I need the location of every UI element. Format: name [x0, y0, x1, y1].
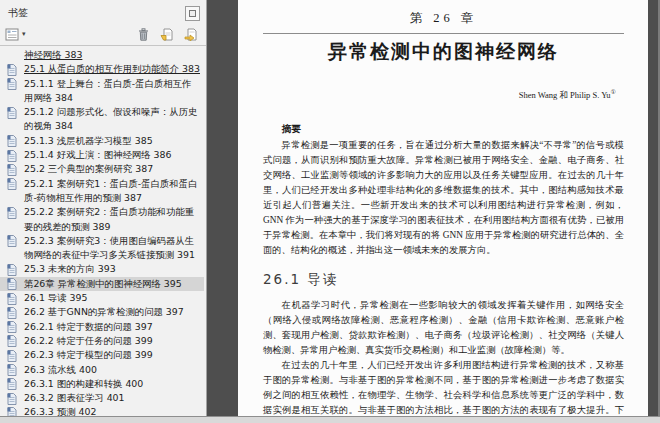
bookmark-item[interactable]: 26.2.3 特定于模型的问题 399	[0, 348, 204, 362]
bookmark-page-icon	[7, 307, 17, 319]
bookmark-label: 26.2 基于GNN的异常检测的问题 397	[24, 306, 184, 317]
bookmark-label: 第26章 异常检测中的图神经网络 395	[24, 278, 182, 289]
bookmark-page-icon	[7, 235, 17, 247]
bookmarks-panel: 书签 ▾	[0, 0, 207, 423]
bookmark-label: 25.1.2 问题形式化、假设和噪声：从历史的视角 384	[24, 106, 197, 131]
bookmark-page-icon	[7, 64, 17, 76]
bookmark-label: 25.1.3 浅层机器学习模型 385	[24, 135, 153, 146]
bookmark-item[interactable]: 第26章 异常检测中的图神经网络 395	[0, 277, 204, 291]
bookmark-extra-button[interactable]	[183, 27, 198, 42]
bookmark-item[interactable]: 26.2.1 特定于数据的问题 397	[0, 320, 204, 334]
dropdown-caret-icon: ▾	[22, 31, 26, 38]
bookmark-item[interactable]: 神经网络 383	[0, 48, 204, 62]
bookmark-page-icon	[7, 264, 17, 276]
trash-icon	[138, 28, 149, 41]
bookmark-page-icon	[7, 78, 17, 90]
bookmark-page-icon	[7, 150, 17, 162]
bookmarks-toolbar: ▾	[0, 23, 206, 46]
bookmark-list: 神经网络 38325.1 从蛋白质的相互作用到功能简介 38325.1.1 登上…	[0, 46, 206, 423]
section-heading: 26.1 导读	[263, 271, 624, 289]
panel-corner-icon	[189, 10, 196, 17]
panel-corner-button[interactable]	[185, 6, 200, 21]
bookmark-label: 25.2 三个典型的案例研究 387	[24, 163, 153, 174]
bookmark-page-icon	[7, 207, 17, 219]
chapter-divider	[263, 33, 624, 34]
bookmark-label: 25.1.1 登上舞台：蛋白质-蛋白质相互作用网络 384	[24, 78, 191, 103]
bookmark-item[interactable]: 26.2.2 特定于任务的问题 399	[0, 334, 204, 348]
bookmark-page-icon	[7, 278, 17, 290]
bookmark-page-icon	[7, 393, 17, 405]
options-list-icon	[5, 28, 20, 41]
abstract-heading: 摘要	[263, 123, 624, 136]
bookmark-label: 25.3 未来的方向 393	[24, 263, 116, 274]
bookmark-page-icon	[7, 293, 17, 305]
bookmark-label: 26.1 导读 395	[24, 292, 87, 303]
document-canvas[interactable]: 第 26 章 异常检测中的图神经网络 Shen Wang 和 Philip S.…	[207, 0, 660, 423]
body-paragraph: 在过去的几十年里，人们已经开发出许多利用图结构进行异常检测的技术，又称基于图的异…	[263, 358, 624, 417]
bookmark-item[interactable]: 26.3.2 图表征学习 401	[0, 391, 204, 405]
bookmark-label: 25.2.1 案例研究1：蛋白质-蛋白质和蛋白质-药物相互作用的预测 387	[24, 178, 197, 203]
bookmark-item[interactable]: 25.1.3 浅层机器学习模型 385	[0, 134, 204, 148]
bookmark-label: 26.2.3 特定于模型的问题 399	[24, 349, 153, 360]
bookmark-item[interactable]: 25.2.3 案例研究3：使用图自编码器从生物网络的表征中学习多关系链接预测 3…	[0, 234, 204, 263]
bookmark-page-icon	[7, 178, 17, 190]
bookmark-page-icon	[7, 107, 17, 119]
bookmark-label: 26.3.2 图表征学习 401	[24, 392, 125, 403]
bookmark-item[interactable]: 26.3.1 图的构建和转换 400	[0, 377, 204, 391]
bookmark-arrow-icon	[184, 28, 197, 41]
bookmark-item[interactable]: 26.3 流水线 400	[0, 363, 204, 377]
bookmark-page-icon	[7, 350, 17, 362]
bookmark-page-icon	[7, 364, 17, 376]
bookmark-item[interactable]: 25.1.1 登上舞台：蛋白质-蛋白质相互作用网络 384	[0, 77, 204, 106]
bookmark-label: 26.3.1 图的构建和转换 400	[24, 378, 143, 389]
document-page: 第 26 章 异常检测中的图神经网络 Shen Wang 和 Philip S.…	[238, 0, 648, 417]
bookmark-item[interactable]: 26.1 导读 395	[0, 291, 204, 305]
bookmark-item[interactable]: 25.2.2 案例研究2：蛋白质功能和功能重要的残差的预测 389	[0, 205, 204, 234]
authors-line: Shen Wang 和 Philip S. Yu①	[263, 88, 616, 102]
bookmark-label: 26.2.2 特定于任务的问题 399	[24, 335, 153, 346]
bookmark-label: 25.2.3 案例研究3：使用图自编码器从生物网络的表征中学习多关系链接预测 3…	[24, 235, 195, 260]
bookmark-item[interactable]: 25.1.4 好戏上演：图神经网络 386	[0, 148, 204, 162]
bookmark-page-icon	[7, 135, 17, 147]
bookmark-item[interactable]: 25.1.2 问题形式化、假设和噪声：从历史的视角 384	[0, 105, 204, 134]
chapter-number: 第 26 章	[263, 10, 624, 27]
bookmark-item[interactable]: 25.2.1 案例研究1：蛋白质-蛋白质和蛋白质-药物相互作用的预测 387	[0, 177, 204, 206]
bookmark-item[interactable]: 25.1 从蛋白质的相互作用到功能简介 383	[0, 62, 204, 76]
pdf-reader-window: 书签 ▾	[0, 0, 660, 423]
bookmark-label: 25.2.2 案例研究2：蛋白质功能和功能重要的残差的预测 389	[24, 206, 194, 231]
bookmark-page-icon	[7, 335, 17, 347]
author-names: Shen Wang 和 Philip S. Yu	[519, 90, 611, 100]
toolbar-right-group	[128, 27, 198, 42]
bookmark-label: 25.1.4 好戏上演：图神经网络 386	[24, 149, 171, 160]
bookmark-item[interactable]: 25.2 三个典型的案例研究 387	[0, 162, 204, 176]
chapter-title: 异常检测中的图神经网络	[263, 39, 624, 65]
bookmark-label: 神经网络 383	[24, 49, 82, 60]
new-bookmark-icon	[160, 28, 173, 41]
bookmark-page-icon	[7, 378, 17, 390]
page-content: 第 26 章 异常检测中的图神经网络 Shen Wang 和 Philip S.…	[238, 0, 648, 417]
bookmark-label: 26.3 流水线 400	[24, 364, 97, 375]
new-bookmark-button[interactable]	[159, 27, 174, 42]
bookmark-page-icon	[7, 164, 17, 176]
bookmarks-panel-header: 书签	[0, 0, 206, 23]
bookmark-label: 26.2.1 特定于数据的问题 397	[24, 321, 153, 332]
bookmark-item[interactable]: 26.2 基于GNN的异常检测的问题 397	[0, 305, 204, 319]
abstract-paragraph: 异常检测是一项重要的任务，旨在通过分析大量的数据来解决“不寻常”的信号或模式问题…	[263, 138, 624, 258]
bookmarks-panel-title: 书签	[8, 6, 28, 20]
bookmark-page-icon	[7, 321, 17, 333]
bookmark-item[interactable]: 25.3 未来的方向 393	[0, 262, 204, 276]
horizontal-scrollbar[interactable]	[0, 416, 660, 423]
bookmark-options-button[interactable]: ▾	[4, 27, 27, 42]
body-paragraph: 在机器学习时代，异常检测在一些影响较大的领域发挥着关键作用，如网络安全（网络入侵…	[263, 298, 624, 358]
bookmark-label: 25.1 从蛋白质的相互作用到功能简介 383	[24, 63, 200, 74]
delete-bookmark-button[interactable]	[137, 27, 150, 42]
author-footnote-marker: ①	[611, 89, 616, 95]
